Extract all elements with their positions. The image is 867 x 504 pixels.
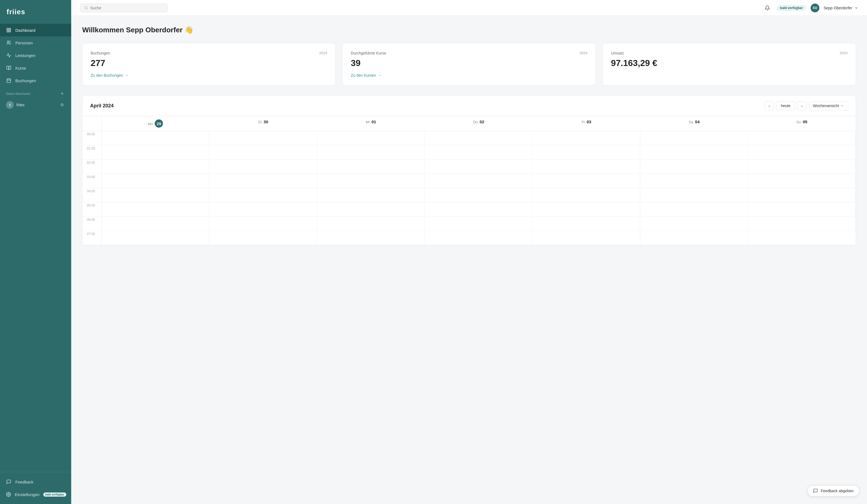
calendar-cell[interactable] (533, 202, 640, 217)
sidebar-item-buchungen[interactable]: Buchungen (0, 74, 71, 87)
svg-rect-0 (7, 28, 8, 30)
stat-value-kurse: 39 (351, 58, 587, 68)
sidebar-item-label: Leistungen (15, 53, 35, 58)
calendar-day-number: 29 (155, 119, 163, 128)
feedback-label: Feedback (15, 480, 33, 484)
calendar-cell[interactable] (748, 217, 856, 231)
stat-label-buchungen: Buchungen (90, 51, 110, 55)
day-abbr: Mi. (366, 120, 371, 124)
calendar-cell[interactable] (533, 174, 640, 188)
calendar-cell[interactable] (101, 188, 209, 202)
calendar-cell[interactable] (317, 202, 425, 217)
calendar-cell[interactable] (317, 188, 425, 202)
calendar-cell[interactable] (425, 160, 532, 174)
calendar-cell[interactable] (748, 174, 856, 188)
calendar-cell[interactable] (640, 174, 748, 188)
calendar-header: April 2024 ‹ heute › Wochenansicht (83, 96, 856, 116)
calendar-cell[interactable] (640, 202, 748, 217)
search-input[interactable] (90, 6, 163, 10)
calendar-body: 00:0001:0002:0003:0004:0005:0006:0007:00 (83, 131, 856, 245)
calendar-cell[interactable] (640, 188, 748, 202)
calendar-cell[interactable] (425, 231, 532, 245)
calendar-cell[interactable] (209, 231, 317, 245)
calendar-cell[interactable] (533, 146, 640, 160)
calendar-cell[interactable] (101, 131, 209, 146)
calendar-cell[interactable] (640, 131, 748, 146)
calendar-cell[interactable] (209, 188, 317, 202)
calendar-cell[interactable] (748, 202, 856, 217)
calendar-cell[interactable] (533, 231, 640, 245)
kurse-link-text: Zu den Kursen (351, 73, 376, 77)
calendar-day-number: 04 (695, 119, 700, 124)
ski-school-item[interactable]: f friies ⚙ (0, 98, 71, 111)
calendar-cell[interactable] (425, 217, 532, 231)
calendar-cell[interactable] (425, 188, 532, 202)
sidebar-item-personen[interactable]: Personen (0, 36, 71, 49)
calendar-cell[interactable] (317, 160, 425, 174)
calendar-cell[interactable] (317, 231, 425, 245)
calendar-cell[interactable] (101, 231, 209, 245)
user-menu-button[interactable]: Sepp Oberdorfer (824, 6, 858, 10)
calendar-cell[interactable] (748, 160, 856, 174)
bell-icon (764, 5, 770, 11)
calendar-cell[interactable] (748, 231, 856, 245)
calendar-cell[interactable] (101, 146, 209, 160)
time-slot: 05:00 (83, 202, 101, 217)
calendar-cell[interactable] (425, 202, 532, 217)
calendar-day-header: Sa. 04 (640, 116, 748, 131)
calendar-cell[interactable] (533, 217, 640, 231)
add-ski-school-button[interactable]: + (59, 91, 65, 97)
feedback-float-button[interactable]: Feedback abgeben (807, 485, 859, 496)
buchungen-link[interactable]: Zu den Buchungen → (90, 73, 327, 77)
calendar-cell[interactable] (748, 131, 856, 146)
calendar-cell[interactable] (317, 174, 425, 188)
calendar-cell[interactable] (533, 131, 640, 146)
calendar-day-header: Di. 30 (209, 116, 317, 131)
sidebar-item-feedback[interactable]: Feedback (0, 475, 71, 488)
calendar-cell[interactable] (748, 188, 856, 202)
calendar-cell[interactable] (209, 131, 317, 146)
calendar-cell[interactable] (209, 160, 317, 174)
calendar-view-button[interactable]: Wochenansicht (809, 101, 848, 110)
time-slot: 01:00 (83, 146, 101, 160)
calendar-cell[interactable] (640, 231, 748, 245)
calendar-cell[interactable] (748, 146, 856, 160)
search-box[interactable] (80, 3, 168, 12)
calendar-cell[interactable] (317, 217, 425, 231)
day-abbr: So. (796, 120, 802, 124)
feedback-float-label: Feedback abgeben (821, 489, 854, 493)
day-abbr: Mo. (148, 122, 154, 126)
calendar-cell[interactable] (101, 217, 209, 231)
calendar-cell[interactable] (640, 217, 748, 231)
calendar-cell[interactable] (209, 217, 317, 231)
gear-icon[interactable]: ⚙ (58, 101, 65, 108)
calendar-cell[interactable] (425, 146, 532, 160)
calendar-today-button[interactable]: heute (776, 101, 795, 110)
calendar-next-button[interactable]: › (798, 101, 807, 110)
svg-point-4 (7, 41, 9, 42)
notification-button[interactable] (762, 3, 772, 13)
time-slot: 02:00 (83, 160, 101, 174)
sidebar-item-kurse[interactable]: Kurse (0, 62, 71, 74)
kurse-link[interactable]: Zu den Kursen → (351, 73, 587, 77)
calendar-cell[interactable] (209, 202, 317, 217)
calendar-cell[interactable] (101, 174, 209, 188)
stats-row: Buchungen 2024 277 Zu den Buchungen → Du… (82, 43, 856, 85)
calendar-cell[interactable] (425, 131, 532, 146)
sidebar-item-leistungen[interactable]: Leistungen (0, 49, 71, 62)
calendar-cell[interactable] (209, 146, 317, 160)
sidebar-item-einstellungen[interactable]: Einstellungen bald verfügbar (0, 488, 71, 501)
calendar-cell[interactable] (640, 146, 748, 160)
calendar-cell[interactable] (317, 131, 425, 146)
calendar-cell[interactable] (533, 160, 640, 174)
sidebar-item-dashboard[interactable]: Dashboard (0, 24, 71, 36)
calendar-cell[interactable] (101, 202, 209, 217)
calendar-cell[interactable] (425, 174, 532, 188)
leistungen-icon (6, 53, 11, 58)
calendar-cell[interactable] (209, 174, 317, 188)
calendar-cell[interactable] (317, 146, 425, 160)
calendar-cell[interactable] (640, 160, 748, 174)
calendar-prev-button[interactable]: ‹ (764, 101, 774, 110)
calendar-cell[interactable] (101, 160, 209, 174)
calendar-cell[interactable] (533, 188, 640, 202)
